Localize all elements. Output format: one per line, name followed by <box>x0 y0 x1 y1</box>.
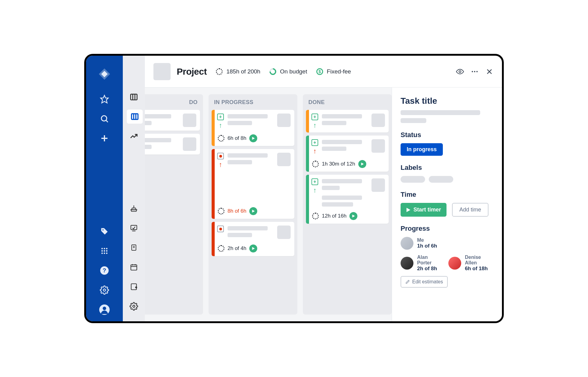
project-avatar[interactable] <box>153 63 171 80</box>
settings-icon[interactable] <box>96 282 112 298</box>
add-subtask-icon[interactable]: + <box>311 178 318 185</box>
card-thumbnail <box>371 139 385 153</box>
column-done: DONE + ↑ <box>303 94 392 315</box>
add-icon[interactable] <box>96 130 112 146</box>
card-thumbnail <box>277 114 291 127</box>
view-list-icon[interactable] <box>127 90 141 104</box>
search-icon[interactable] <box>96 111 112 127</box>
svg-marker-49 <box>352 215 355 218</box>
content: Project 185h of 200h On budget $ Fixed-f… <box>145 56 502 321</box>
edit-estimates-button[interactable]: Edit estimates <box>401 276 448 288</box>
svg-point-8 <box>106 248 107 249</box>
task-card[interactable]: + ↑ 6h of 8h <box>212 110 294 146</box>
fee-stat[interactable]: $ Fixed-fee <box>316 68 351 76</box>
tag-icon[interactable] <box>96 223 112 239</box>
priority-up-icon: ↑ <box>313 187 317 194</box>
play-icon[interactable] <box>249 207 257 215</box>
priority-stripe <box>306 110 309 133</box>
svg-point-10 <box>104 250 105 252</box>
add-subtask-icon[interactable]: + <box>217 114 224 120</box>
new-file-icon[interactable] <box>127 280 141 294</box>
body: DO <box>145 88 502 321</box>
person-time: 6h of 18h <box>465 266 493 272</box>
avatar[interactable] <box>401 237 413 250</box>
section-labels-title: Labels <box>401 164 493 172</box>
section-progress-title: Progress <box>401 225 493 233</box>
svg-point-6 <box>101 248 103 249</box>
section-time-title: Time <box>401 191 493 199</box>
time-label: 6h of 8h <box>228 135 246 141</box>
avatar[interactable] <box>401 257 413 270</box>
calendar-icon[interactable] <box>127 260 141 274</box>
close-icon[interactable] <box>485 68 493 76</box>
svg-point-11 <box>106 250 107 252</box>
task-details-panel: Task title Status In progress Labels Tim… <box>392 88 502 321</box>
view-board-icon[interactable] <box>127 110 143 124</box>
task-card[interactable] <box>145 134 200 155</box>
status-dot-icon[interactable] <box>217 226 224 232</box>
column-title: DO <box>145 97 200 110</box>
app-window: ? <box>84 54 504 323</box>
priority-stripe <box>306 175 309 224</box>
play-icon[interactable] <box>358 160 366 168</box>
card-thumbnail <box>277 153 291 166</box>
play-icon[interactable] <box>349 212 357 220</box>
play-icon[interactable] <box>249 134 257 142</box>
column-title: DONE <box>306 97 389 110</box>
label-chip[interactable] <box>429 176 453 183</box>
play-icon[interactable] <box>249 244 257 252</box>
project-header: Project 185h of 200h On budget $ Fixed-f… <box>145 56 502 88</box>
monitor-icon[interactable] <box>127 221 141 235</box>
more-icon[interactable] <box>471 68 479 76</box>
person-time: 2h of 8h <box>417 266 443 272</box>
priority-stripe <box>306 136 309 172</box>
page-icon[interactable] <box>127 241 141 255</box>
svg-text:?: ? <box>103 267 106 274</box>
help-icon[interactable]: ? <box>96 263 112 278</box>
card-thumbnail <box>371 114 385 127</box>
card-thumbnail <box>183 137 196 151</box>
add-time-button[interactable]: Add time <box>452 203 488 217</box>
svg-point-17 <box>103 289 106 291</box>
priority-stripe <box>212 149 215 219</box>
priority-stripe <box>212 222 215 256</box>
task-card[interactable]: + ↑ 12h of 16h <box>306 175 389 224</box>
budget-stat[interactable]: On budget <box>269 68 307 76</box>
svg-point-1 <box>101 116 107 121</box>
task-card[interactable]: ↑ 8h of 6h <box>212 149 294 219</box>
view-reports-icon[interactable] <box>127 129 141 143</box>
svg-marker-50 <box>406 208 410 212</box>
task-card[interactable]: 2h of 4h <box>212 222 294 256</box>
label-chip[interactable] <box>401 176 425 183</box>
star-icon[interactable] <box>96 91 112 107</box>
status-dot-icon[interactable] <box>217 153 224 159</box>
add-subtask-icon[interactable]: + <box>311 114 318 120</box>
hours-stat[interactable]: 185h of 200h <box>215 68 260 76</box>
ship-icon[interactable] <box>127 201 141 215</box>
progress-row-denise: Denise Allen 6h of 18h <box>448 255 493 272</box>
start-timer-button[interactable]: Start timer <box>401 203 447 217</box>
profile-avatar[interactable] <box>96 302 112 318</box>
task-card[interactable] <box>145 110 200 131</box>
task-card[interactable]: + ↑ 1h 30m of 12h <box>306 136 389 172</box>
product-logo[interactable] <box>96 66 112 82</box>
priority-up-icon: ↑ <box>313 122 317 129</box>
svg-rect-20 <box>131 94 137 100</box>
person-name: Me <box>417 237 437 243</box>
placeholder-line <box>401 110 480 115</box>
priority-up-icon: ↑ <box>219 161 222 168</box>
progress-row-me: Me 1h of 6h <box>401 237 493 250</box>
person-name: Denise Allen <box>465 255 493 266</box>
time-icon <box>312 161 319 167</box>
add-subtask-icon[interactable]: + <box>311 139 318 146</box>
project-settings-icon[interactable] <box>127 299 141 313</box>
person-name: Alan Porter <box>417 255 443 266</box>
status-button[interactable]: In progress <box>401 143 443 156</box>
apps-icon[interactable] <box>96 243 112 259</box>
card-thumbnail <box>371 178 385 192</box>
svg-point-13 <box>104 252 105 254</box>
avatar[interactable] <box>448 257 461 270</box>
watch-icon[interactable] <box>456 68 464 76</box>
task-card[interactable]: + ↑ <box>306 110 389 133</box>
svg-point-40 <box>472 71 473 72</box>
